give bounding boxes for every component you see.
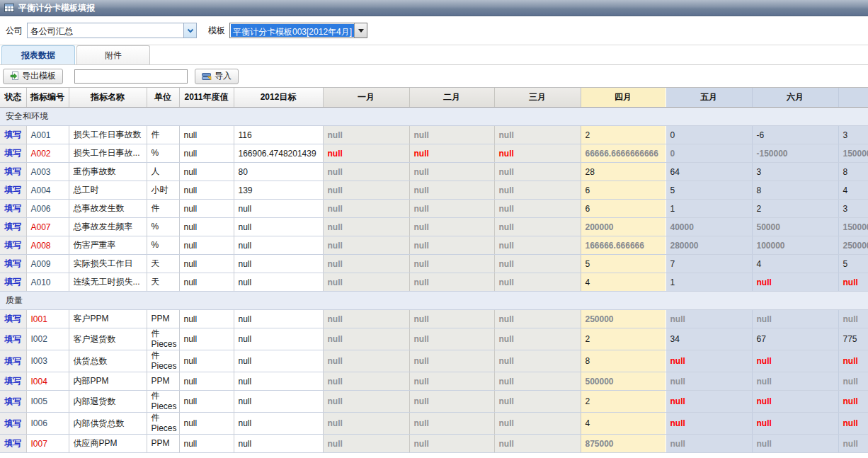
fill-in-link[interactable]: 填写 <box>4 277 21 287</box>
month-value-cell: null <box>494 310 581 328</box>
month-value-cell: 8 <box>838 163 868 181</box>
fill-in-link[interactable]: 填写 <box>4 222 21 231</box>
tab-attachments[interactable]: 附件 <box>76 45 150 64</box>
target-2012-cell: null <box>234 413 323 435</box>
target-2012-cell: null <box>234 255 323 273</box>
fill-in-link[interactable]: 填写 <box>4 185 21 195</box>
tab-report-data[interactable]: 报表数据 <box>1 45 75 64</box>
month-value-cell: null <box>323 218 409 236</box>
export-template-label: 导出模板 <box>22 70 56 82</box>
fill-in-link[interactable]: 填写 <box>4 376 21 386</box>
window-titlebar: 平衡计分卡模板填报 <box>0 0 868 16</box>
fill-in-link[interactable]: 填写 <box>4 166 21 176</box>
fill-in-link[interactable]: 填写 <box>4 148 21 158</box>
indicator-name-cell: 内部退货数 <box>69 391 147 413</box>
export-template-button[interactable]: 导出模板 <box>3 69 63 84</box>
month-value-cell: null <box>409 273 494 292</box>
month-value-cell: null <box>323 273 409 292</box>
grid-icon <box>4 4 14 12</box>
indicator-code-cell: A007 <box>26 218 69 236</box>
indicator-name-cell: 连续无工时损失... <box>69 273 147 292</box>
indicator-code-cell: I003 <box>26 350 69 372</box>
month-value-cell: 4 <box>752 255 838 273</box>
month-value-cell: null <box>409 310 494 328</box>
month-value-cell: 66666.6666666666 <box>581 144 666 163</box>
import-file-input[interactable] <box>74 69 188 84</box>
year-2011-value-cell: null <box>179 413 234 435</box>
chevron-down-icon[interactable] <box>183 23 196 38</box>
indicator-name-cell: 客户PPM <box>69 310 147 328</box>
month-value-cell: null <box>838 413 868 435</box>
column-header-m6: 六月 <box>752 88 838 108</box>
tab-attachments-label: 附件 <box>105 50 122 62</box>
fill-in-link[interactable]: 填写 <box>4 396 21 406</box>
year-2011-value-cell: null <box>179 236 234 255</box>
fill-in-link[interactable]: 填写 <box>4 334 21 344</box>
target-2012-cell: 80 <box>234 163 323 181</box>
month-value-cell: 4 <box>581 413 666 435</box>
month-value-cell: null <box>409 236 494 255</box>
month-value-cell: null <box>409 413 494 435</box>
indicator-code-cell: A006 <box>26 200 69 218</box>
target-2012-cell: 116 <box>234 126 323 144</box>
fill-in-link[interactable]: 填写 <box>4 258 21 268</box>
month-value-cell: null <box>494 218 581 236</box>
status-cell: 填写 <box>0 163 26 181</box>
month-value-cell: 3 <box>838 200 868 218</box>
year-2011-value-cell: null <box>179 163 234 181</box>
table-row: 填写I005内部退货数件 Piecesnullnullnullnullnull2… <box>0 391 868 413</box>
month-value-cell: null <box>494 391 581 413</box>
month-value-cell: null <box>838 273 868 292</box>
month-value-cell: null <box>494 181 581 200</box>
month-value-cell: 28 <box>581 163 666 181</box>
column-header-status: 状态 <box>0 88 26 108</box>
month-value-cell: null <box>752 372 838 391</box>
column-header-m1: 一月 <box>323 88 409 108</box>
month-value-cell: null <box>838 350 868 372</box>
unit-cell: 件 <box>147 200 179 218</box>
dropdown-arrow-icon[interactable] <box>354 23 367 38</box>
month-value-cell: 3 <box>752 163 838 181</box>
month-value-cell: null <box>323 310 409 328</box>
column-header-m2: 二月 <box>409 88 494 108</box>
month-value-cell: null <box>323 350 409 372</box>
template-label: 模板 <box>208 25 225 37</box>
month-value-cell: 4 <box>838 181 868 200</box>
month-value-cell: null <box>323 328 409 350</box>
year-2011-value-cell: null <box>179 218 234 236</box>
company-combobox[interactable]: 各公司汇总 <box>27 23 197 38</box>
status-cell: 填写 <box>0 328 26 350</box>
unit-cell: 人 <box>147 163 179 181</box>
indicator-code-cell: A004 <box>26 181 69 200</box>
table-row: 填写I004内部PPMPPMnullnullnullnullnull500000… <box>0 372 868 391</box>
status-cell: 填写 <box>0 255 26 273</box>
month-value-cell: 2 <box>581 391 666 413</box>
fill-in-link[interactable]: 填写 <box>4 203 21 213</box>
import-button[interactable]: 导入 <box>195 69 239 84</box>
month-value-cell: null <box>838 435 868 453</box>
status-cell: 填写 <box>0 218 26 236</box>
column-header-m7 <box>838 88 868 108</box>
month-value-cell: 3 <box>838 126 868 144</box>
month-value-cell: null <box>323 391 409 413</box>
month-value-cell: null <box>323 144 409 163</box>
column-header-y2011: 2011年度值 <box>179 88 234 108</box>
year-2011-value-cell: null <box>179 200 234 218</box>
status-cell: 填写 <box>0 391 26 413</box>
fill-in-link[interactable]: 填写 <box>4 240 21 250</box>
indicator-code-cell: A002 <box>26 144 69 163</box>
fill-in-link[interactable]: 填写 <box>4 356 21 366</box>
app-window: 平衡计分卡模板填报 公司 各公司汇总 模板 平衡计分卡模板003[2012年4月… <box>0 0 868 453</box>
unit-cell: PPM <box>147 372 179 391</box>
unit-cell: 件 Pieces <box>147 350 179 372</box>
fill-in-link[interactable]: 填写 <box>4 418 21 428</box>
month-value-cell: 775 <box>838 328 868 350</box>
fill-in-link[interactable]: 填写 <box>4 130 21 139</box>
table-row: 填写A006总事故发生数件nullnullnullnullnull6123 <box>0 200 868 218</box>
template-select[interactable]: 平衡计分卡模板003[2012年4月] <box>229 23 367 38</box>
month-value-cell: null <box>409 328 494 350</box>
fill-in-link[interactable]: 填写 <box>4 438 21 448</box>
month-value-cell: null <box>323 126 409 144</box>
fill-in-link[interactable]: 填写 <box>4 314 21 324</box>
month-value-cell: 34 <box>666 328 752 350</box>
